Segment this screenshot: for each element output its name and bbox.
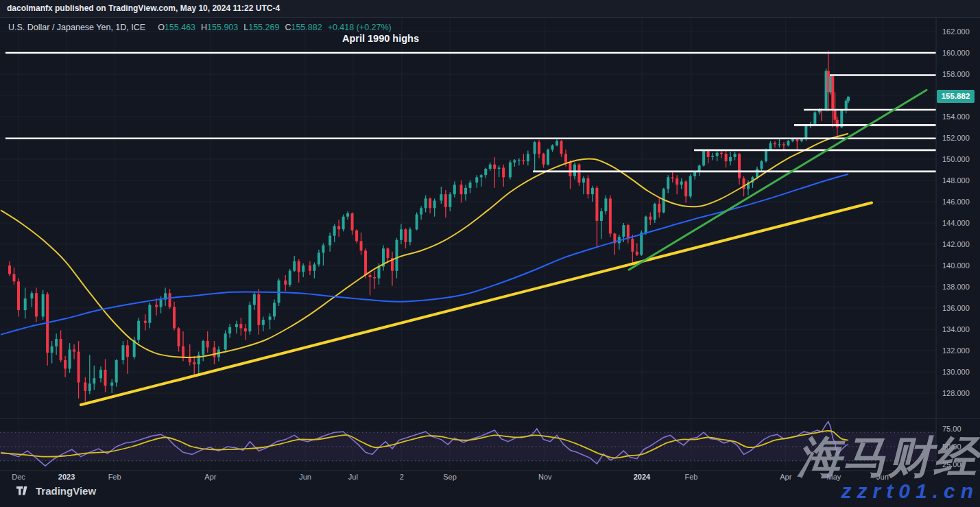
svg-text:Dec: Dec [12,473,25,481]
svg-text:130.000: 130.000 [942,368,970,376]
svg-text:Feb: Feb [684,473,697,481]
tradingview-logo-text: TradingView [36,485,96,497]
rsi-pane[interactable] [0,422,936,467]
high-value: 155.903 [207,23,238,32]
svg-text:128.000: 128.000 [942,389,970,397]
svg-text:142.000: 142.000 [942,240,970,248]
svg-text:Jun: Jun [299,473,311,481]
svg-text:Apr: Apr [780,473,791,481]
candlestick-series [8,51,850,402]
svg-text:160.000: 160.000 [942,49,970,57]
svg-text:154.000: 154.000 [942,113,970,121]
svg-text:2023: 2023 [58,473,75,481]
change-value: +0.418 (+0.27%) [328,23,392,32]
low-value: 155.269 [248,23,279,32]
open-label: O [158,23,165,32]
svg-text:150.000: 150.000 [942,155,970,163]
svg-text:Apr: Apr [204,473,216,481]
svg-text:132.000: 132.000 [942,346,970,355]
trendlines[interactable] [81,90,927,405]
svg-text:136.000: 136.000 [942,304,970,312]
svg-text:140.000: 140.000 [942,261,970,270]
watermark-chinese-text: 海马财经 [798,435,979,479]
svg-text:2024: 2024 [634,473,651,481]
svg-text:2: 2 [400,473,404,481]
svg-text:152.000: 152.000 [942,134,970,142]
svg-text:134.000: 134.000 [942,325,970,333]
svg-text:162.000: 162.000 [942,27,970,36]
svg-text:Jul: Jul [348,473,358,481]
svg-text:138.000: 138.000 [942,283,970,291]
svg-text:Nov: Nov [538,473,552,481]
time-axis[interactable]: Dec2023FebAprJunJul2SepNov2024FebAprMayJ… [12,473,889,481]
april-1990-highs-annotation: April 1990 highs [295,33,466,44]
chart-canvas[interactable]: 162.000160.000158.000154.000152.000150.0… [0,0,980,507]
svg-text:Feb: Feb [108,473,121,481]
symbol-title[interactable]: U.S. Dollar / Japanese Yen, 1D, ICE [8,23,145,32]
svg-text:148.000: 148.000 [942,176,970,185]
tradingview-attribution-link[interactable]: TradingView [16,485,96,497]
last-price-badge: 155.882 [937,90,975,103]
ohlc-legend[interactable]: U.S. Dollar / Japanese Yen, 1D, ICEO155.… [8,23,392,32]
high-label: H [201,23,207,32]
svg-text:158.000: 158.000 [942,70,970,78]
tradingview-logo-icon [16,486,31,495]
tradingview-published-chart: dacolmanfx published on TradingView.com,… [0,0,980,507]
svg-text:146.000: 146.000 [942,198,970,206]
close-value: 155.882 [291,23,322,32]
open-value: 155.463 [165,23,195,32]
watermark-site-url: zzrt01.cn [841,481,979,502]
grid-layer [0,18,936,469]
moving-average-lines [1,134,848,357]
svg-text:144.000: 144.000 [942,219,970,227]
svg-text:Sep: Sep [443,473,457,481]
